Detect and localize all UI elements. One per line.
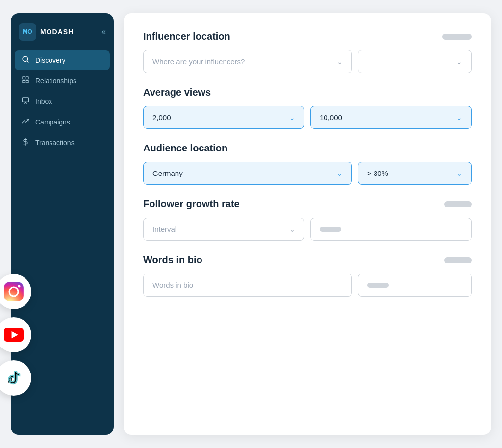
social-platform-icons: ♪: [0, 274, 31, 396]
sidebar-item-transactions[interactable]: Transactions: [15, 133, 110, 152]
sidebar-item-label-relationships: Relationships: [35, 77, 76, 85]
discovery-icon: [21, 55, 30, 65]
chevron-down-icon-3: ⌄: [289, 114, 295, 122]
audience-country-dropdown[interactable]: Germany ⌄: [143, 162, 352, 185]
influencer-location-dropdown[interactable]: Where are your influencers? ⌄: [143, 50, 352, 73]
sidebar-item-label-discovery: Discovery: [35, 56, 65, 64]
main-content-panel: Influencer location Where are your influ…: [124, 13, 491, 435]
audience-location-section: Audience location Germany ⌄ > 30% ⌄: [143, 143, 472, 185]
average-views-header: Average views: [143, 87, 472, 98]
influencer-location-placeholder: Where are your influencers?: [152, 57, 245, 66]
sidebar-item-label-transactions: Transactions: [35, 139, 75, 147]
sidebar-item-label-inbox: Inbox: [35, 98, 52, 105]
average-views-title: Average views: [143, 87, 211, 98]
app-container: MO MODASH « Discovery Relationships: [11, 13, 491, 435]
follower-growth-header: Follower growth rate: [143, 199, 472, 210]
collapse-button[interactable]: «: [101, 27, 106, 36]
chevron-down-icon-2: ⌄: [456, 58, 462, 66]
sidebar-header: MO MODASH «: [11, 13, 114, 50]
average-views-section: Average views 2,000 ⌄ 10,000 ⌄: [143, 87, 472, 129]
audience-location-header: Audience location: [143, 143, 472, 154]
words-in-bio-row: Words in bio: [143, 274, 472, 297]
chevron-down-icon-7: ⌄: [289, 225, 295, 233]
follower-growth-interval-placeholder: Interval: [152, 225, 176, 233]
sidebar-item-campaigns[interactable]: Campaigns: [15, 112, 110, 132]
audience-location-row: Germany ⌄ > 30% ⌄: [143, 162, 472, 185]
influencer-location-row: Where are your influencers? ⌄ ⌄: [143, 50, 472, 73]
average-views-min-dropdown[interactable]: 2,000 ⌄: [143, 106, 304, 129]
words-in-bio-header: Words in bio: [143, 254, 472, 266]
sidebar-item-discovery[interactable]: Discovery: [15, 50, 110, 70]
svg-rect-3: [26, 77, 28, 79]
chevron-down-icon: ⌄: [337, 58, 343, 66]
audience-percentage-value: > 30%: [367, 169, 388, 177]
audience-percentage-dropdown[interactable]: > 30% ⌄: [358, 162, 472, 185]
chevron-down-icon-4: ⌄: [456, 114, 462, 122]
influencer-location-section: Influencer location Where are your influ…: [143, 31, 472, 73]
follower-growth-row: Interval ⌄: [143, 218, 472, 241]
words-in-bio-title: Words in bio: [143, 254, 202, 266]
influencer-location-title: Influencer location: [143, 31, 230, 42]
follower-growth-value-input[interactable]: [310, 218, 472, 241]
follower-growth-section: Follower growth rate Interval ⌄: [143, 199, 472, 241]
sidebar-item-inbox[interactable]: Inbox: [15, 92, 110, 111]
follower-growth-interval-dropdown[interactable]: Interval ⌄: [143, 218, 304, 241]
tiktok-platform-button[interactable]: ♪: [0, 360, 31, 396]
follower-growth-toggle[interactable]: [444, 201, 472, 207]
average-views-min-value: 2,000: [152, 113, 171, 122]
svg-rect-8: [4, 282, 24, 301]
average-views-row: 2,000 ⌄ 10,000 ⌄: [143, 106, 472, 129]
svg-rect-6: [22, 98, 28, 102]
sidebar: MO MODASH « Discovery Relationships: [11, 13, 114, 435]
svg-rect-5: [26, 80, 28, 83]
relationships-icon: [21, 76, 30, 86]
words-in-bio-placeholder: Words in bio: [152, 281, 193, 289]
value-pill: [320, 227, 341, 232]
influencer-location-toggle[interactable]: [442, 34, 472, 40]
influencer-location-secondary-dropdown[interactable]: ⌄: [358, 50, 472, 73]
words-in-bio-section: Words in bio Words in bio: [143, 254, 472, 297]
words-in-bio-toggle[interactable]: [444, 257, 472, 263]
bio-action-pill: [367, 283, 389, 288]
audience-location-title: Audience location: [143, 143, 227, 154]
transactions-icon: [21, 138, 30, 148]
audience-country-value: Germany: [152, 169, 183, 177]
chevron-down-icon-6: ⌄: [456, 170, 462, 177]
svg-point-11: [18, 285, 21, 288]
average-views-max-value: 10,000: [320, 113, 342, 122]
youtube-platform-button[interactable]: [0, 317, 31, 352]
svg-rect-4: [23, 80, 25, 83]
average-views-max-dropdown[interactable]: 10,000 ⌄: [310, 106, 472, 129]
sidebar-nav: Discovery Relationships Inbox Campaigns: [11, 50, 114, 152]
svg-line-1: [27, 61, 28, 62]
inbox-icon: [21, 97, 30, 106]
influencer-location-header: Influencer location: [143, 31, 472, 42]
logo-area: MO MODASH: [19, 23, 74, 41]
chevron-down-icon-5: ⌄: [337, 170, 343, 177]
words-in-bio-action[interactable]: [358, 274, 472, 297]
svg-rect-2: [23, 77, 25, 79]
logo-icon: MO: [19, 23, 36, 41]
logo-text: MODASH: [40, 28, 74, 36]
campaigns-icon: [21, 117, 30, 127]
sidebar-item-relationships[interactable]: Relationships: [15, 71, 110, 91]
words-in-bio-input[interactable]: Words in bio: [143, 274, 352, 297]
follower-growth-title: Follower growth rate: [143, 199, 240, 210]
sidebar-item-label-campaigns: Campaigns: [35, 118, 70, 126]
instagram-platform-button[interactable]: [0, 274, 31, 309]
